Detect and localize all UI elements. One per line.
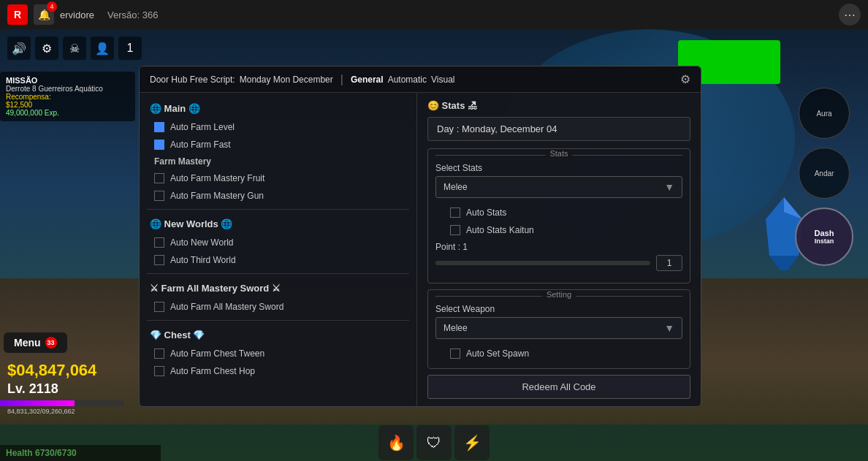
dropdown-arrow-icon: ▼: [664, 181, 674, 193]
aura-label: Aura: [816, 110, 831, 118]
auto-farm-fast-item[interactable]: Auto Farm Fast: [140, 136, 416, 153]
roblox-logo[interactable]: R: [7, 4, 28, 25]
tab-lightning[interactable]: ⚡: [454, 425, 490, 460]
dash-label: Dash: [815, 229, 834, 237]
weapon-dropdown-value: Melee: [443, 323, 468, 333]
auto-new-world-item[interactable]: Auto New World: [140, 234, 416, 251]
auto-farm-chest-hop-checkbox[interactable]: [154, 366, 164, 376]
andar-label: Andar: [815, 169, 834, 178]
title-date: Monday Mon December: [240, 75, 333, 85]
stats-header: 😊 Stats 🏖: [427, 100, 690, 111]
point-slider[interactable]: [435, 261, 650, 265]
setting-divider-wrapper: Setting: [435, 296, 682, 297]
day-display: Day : Monday, December 04: [427, 117, 690, 141]
auto-farm-chest-tween-item[interactable]: Auto Farm Chest Tween: [140, 345, 416, 362]
select-stats-label: Select Stats: [435, 163, 682, 173]
new-worlds-section-header: 🌐 New Worlds 🌐: [140, 214, 416, 234]
auto-set-spawn-item[interactable]: Auto Set Spawn: [435, 345, 682, 362]
redeem-all-code-button[interactable]: Redeem All Code: [427, 375, 690, 399]
auto-farm-mastery-gun-checkbox[interactable]: [154, 191, 164, 201]
auto-new-world-label: Auto New World: [170, 237, 233, 248]
auto-stats-checkbox[interactable]: [450, 207, 460, 218]
mission-box: MISSÃO Derrote 8 Guerreiros Aquático Rec…: [0, 72, 135, 121]
auto-third-world-item[interactable]: Auto Third World: [140, 251, 416, 269]
sound-icon-btn[interactable]: 🔊: [7, 37, 31, 60]
script-window: Door Hub Free Script: Monday Mon Decembe…: [139, 66, 701, 407]
auto-set-spawn-checkbox[interactable]: [450, 348, 460, 359]
number-icon-btn: 1: [118, 37, 142, 60]
menu-button[interactable]: Menu 33: [4, 332, 67, 353]
auto-farm-chest-hop-label: Auto Farm Chest Hop: [170, 366, 255, 376]
farm-sword-section-header: ⚔ Farm All Mastery Sword ⚔: [140, 278, 416, 298]
farm-mastery-label: Farm Mastery: [140, 153, 416, 169]
weapon-dropdown[interactable]: Melee ▼: [435, 317, 682, 339]
aura-button[interactable]: Aura: [799, 88, 850, 139]
day-text: Day : Monday, December 04: [437, 123, 557, 134]
menu-badge: 33: [45, 337, 57, 348]
more-button[interactable]: ⋯: [839, 4, 861, 26]
title-general: General: [351, 75, 384, 85]
script-right-panel: 😊 Stats 🏖 Day : Monday, December 04 Stat…: [417, 93, 701, 406]
xp-bar-background: [0, 400, 124, 406]
version-label: Versão: 366: [107, 9, 158, 20]
point-label: Point : 1: [435, 242, 682, 252]
title-door-hub: Door Hub Free Script:: [150, 75, 235, 85]
title-separator: |: [340, 73, 343, 86]
setting-box: Setting Select Weapon Melee ▼ Auto Set S…: [427, 289, 690, 369]
farm-sword-section-label: ⚔ Farm All Mastery Sword ⚔: [150, 283, 281, 294]
andar-button[interactable]: Andar: [799, 148, 850, 199]
right-panel: Aura Andar Dash Instan: [795, 88, 853, 266]
mission-title: MISSÃO: [6, 76, 129, 85]
bottom-tab-bar: 🔥 🛡 ⚡: [0, 424, 868, 461]
dash-button[interactable]: Dash Instan: [795, 207, 853, 266]
skull-icon-btn[interactable]: ☠: [63, 37, 86, 60]
auto-farm-mastery-gun-item[interactable]: Auto Farm Mastery Gun: [140, 187, 416, 205]
settings-gear-icon[interactable]: ⚙: [680, 72, 690, 86]
auto-farm-fast-label: Auto Farm Fast: [170, 140, 231, 150]
auto-new-world-checkbox[interactable]: [154, 237, 164, 248]
svg-marker-2: [769, 256, 799, 270]
top-bar: R 🔔 4 ervidore Versão: 366 ⋯: [0, 0, 868, 29]
settings-icon-btn[interactable]: ⚙: [35, 37, 58, 60]
auto-farm-fast-checkbox[interactable]: [154, 140, 164, 150]
auto-farm-mastery-fruit-item[interactable]: Auto Farm Mastery Fruit: [140, 169, 416, 187]
menu-label: Menu: [14, 337, 41, 348]
stats-box: Stats Select Stats Melee ▼ Auto Stats Au…: [427, 148, 690, 283]
instan-label: Instan: [815, 237, 834, 245]
title-automatic: Automatic: [388, 75, 427, 85]
auto-farm-all-mastery-sword-checkbox[interactable]: [154, 302, 164, 312]
tab-shield[interactable]: 🛡: [416, 425, 452, 460]
level-display: Lv. 2118: [0, 380, 66, 398]
weapon-dropdown-arrow-icon: ▼: [664, 322, 674, 334]
auto-farm-level-checkbox[interactable]: [154, 122, 164, 132]
auto-stats-label: Auto Stats: [466, 207, 506, 218]
auto-stats-kaitun-item[interactable]: Auto Stats Kaitun: [435, 221, 682, 239]
auto-stats-item[interactable]: Auto Stats: [435, 204, 682, 221]
point-value-box[interactable]: 1: [656, 255, 682, 271]
auto-farm-all-mastery-sword-label: Auto Farm All Mastery Sword: [170, 302, 283, 312]
auto-stats-kaitun-checkbox[interactable]: [450, 225, 460, 235]
auto-farm-level-item[interactable]: Auto Farm Level: [140, 118, 416, 136]
stats-divider-wrapper: Stats: [435, 155, 682, 156]
auto-farm-chest-tween-checkbox[interactable]: [154, 348, 164, 359]
notification-count: 4: [47, 1, 57, 12]
tab-fire[interactable]: 🔥: [378, 425, 414, 460]
script-title-bar: Door Hub Free Script: Monday Mon Decembe…: [140, 66, 701, 93]
select-weapon-label: Select Weapon: [435, 304, 682, 314]
section-divider-2: [147, 273, 409, 274]
main-section-header: 🌐 Main 🌐: [140, 99, 416, 118]
person-icon-btn[interactable]: 👤: [91, 37, 114, 60]
auto-farm-mastery-fruit-checkbox[interactable]: [154, 173, 164, 183]
mission-exp: 49,000,000 Exp.: [6, 109, 129, 117]
left-icons-row: 🔊 ⚙ ☠ 👤 1: [7, 37, 142, 60]
notification-button[interactable]: 🔔 4: [34, 4, 54, 25]
auto-farm-all-mastery-sword-item[interactable]: Auto Farm All Mastery Sword: [140, 298, 416, 316]
script-left-panel: 🌐 Main 🌐 Auto Farm Level Auto Farm Fast …: [140, 93, 417, 406]
auto-third-world-checkbox[interactable]: [154, 255, 164, 265]
stats-dropdown[interactable]: Melee ▼: [435, 176, 682, 198]
section-divider-1: [147, 209, 409, 210]
auto-farm-chest-hop-item[interactable]: Auto Farm Chest Hop: [140, 362, 416, 380]
auto-farm-mastery-fruit-label: Auto Farm Mastery Fruit: [170, 173, 264, 183]
mission-reward-value: $12,500: [6, 101, 129, 109]
stats-header-label: 😊 Stats 🏖: [427, 100, 477, 111]
